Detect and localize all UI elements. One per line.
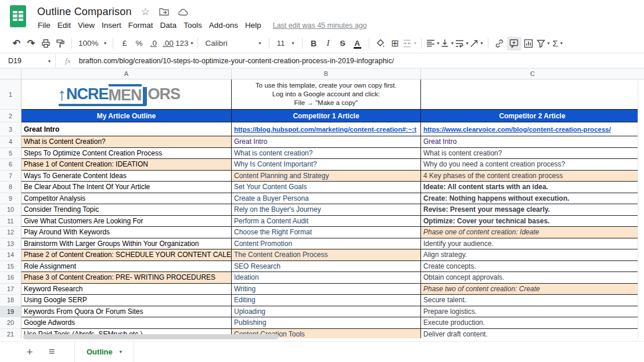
row-header-16[interactable]: 16 (0, 272, 21, 284)
cell-b5[interactable]: What is content creation? (232, 148, 421, 160)
cell-c1[interactable] (421, 79, 644, 110)
last-edit-link[interactable]: Last edit was 45 minutes ago (273, 21, 367, 30)
cell-a16[interactable]: Phase 3 of Content Creation: PRE- WRITIN… (21, 272, 232, 284)
cell-b1[interactable]: To use this template, create your own co… (232, 79, 421, 110)
row-header-9[interactable]: 9 (0, 193, 21, 205)
cell-a11[interactable]: Give What Customers Are Looking For (21, 216, 232, 227)
increase-decimal-button[interactable]: .00 (161, 37, 175, 50)
row-header-7[interactable]: 7 (0, 171, 21, 182)
text-color-button[interactable]: A (350, 37, 365, 50)
row-header-10[interactable]: 10 (0, 204, 21, 216)
undo-button[interactable]: ↶ (9, 37, 24, 50)
redo-button[interactable]: ↷ (24, 37, 38, 50)
menu-data[interactable]: Data (157, 19, 181, 31)
cell-a1[interactable]: ↑NCREMENORS (21, 79, 232, 110)
cell-c17[interactable]: Phase two of content creation: Create (421, 284, 644, 295)
row-header-18[interactable]: 18 (0, 295, 21, 306)
cell-a3[interactable]: Great Intro (21, 122, 232, 136)
format-currency-button[interactable]: £ (117, 37, 132, 50)
borders-button[interactable]: ⊞ (388, 37, 402, 50)
cell-a10[interactable]: Consider Trending Topic (21, 204, 232, 216)
cell-c7[interactable]: 4 Key phases of the content creation pro… (421, 171, 644, 182)
cell-c2[interactable]: Competitor 2 Article (421, 110, 644, 122)
row-header-21[interactable]: 21 (0, 329, 21, 339)
cell-c19[interactable]: Prepare logistics. (421, 306, 644, 318)
row-header-15[interactable]: 15 (0, 261, 21, 273)
menu-file[interactable]: File (34, 19, 54, 31)
name-box[interactable]: D19 ▾ (0, 54, 56, 68)
cell-a17[interactable]: Keyword Research (21, 284, 232, 295)
vertical-align-select[interactable]: ▾ (440, 37, 455, 50)
cell-c18[interactable]: Secure talent. (421, 295, 644, 306)
all-sheets-button[interactable]: ≡ (43, 344, 60, 360)
row-header-20[interactable]: 20 (0, 317, 21, 329)
cell-a14[interactable]: Phase 2 of Content Creation: SCHEDULE YO… (21, 249, 232, 261)
cell-a19[interactable]: Keywords From Quora Or Forum Sites (21, 306, 232, 318)
star-icon[interactable]: ☆ (141, 6, 150, 18)
cell-c13[interactable]: Identify your audience. (421, 238, 644, 250)
sheet-tab-menu-icon[interactable]: ▾ (120, 349, 122, 354)
column-header-c[interactable]: C (421, 68, 644, 79)
move-to-folder-icon[interactable] (159, 8, 169, 16)
cell-b19[interactable]: Uploading (232, 306, 421, 318)
row-header-14[interactable]: 14 (0, 249, 21, 261)
cell-a20[interactable]: Google Adwords (21, 317, 232, 329)
fill-color-button[interactable] (373, 37, 388, 50)
row-header-17[interactable]: 17 (0, 284, 21, 295)
cell-b18[interactable]: Editing (232, 295, 421, 306)
select-all-corner[interactable] (0, 68, 21, 79)
cell-c9[interactable]: Create: Nothing happens without executio… (421, 193, 644, 205)
cell-b2[interactable]: Competitor 1 Article (232, 110, 421, 122)
cell-b4[interactable]: Great Intro (232, 136, 421, 148)
cell-b16[interactable]: Ideation (232, 272, 421, 284)
filter-button[interactable]: ▾ (536, 37, 551, 50)
format-percent-button[interactable]: % (132, 37, 146, 50)
horizontal-align-select[interactable]: ▾ (426, 37, 440, 50)
strikethrough-button[interactable]: S (336, 37, 350, 50)
row-header-19[interactable]: 19 (0, 306, 21, 318)
cell-b13[interactable]: Content Promotion (232, 238, 421, 250)
insert-chart-button[interactable] (521, 37, 536, 50)
text-rotation-select[interactable]: ▾ (469, 37, 484, 50)
font-select[interactable]: Calibri▾ (202, 37, 265, 50)
cell-a8[interactable]: Be Clear About The Intent Of Your Articl… (21, 182, 232, 193)
menu-help[interactable]: Help (242, 19, 265, 31)
number-format-select[interactable]: 123▾ (175, 37, 193, 50)
menu-view[interactable]: View (74, 19, 98, 31)
cell-c12[interactable]: Phase one of content creation: Ideate (421, 227, 644, 238)
row-header-12[interactable]: 12 (0, 227, 21, 238)
cell-a4[interactable]: What is Content Creation? (21, 136, 232, 148)
cell-c10[interactable]: Revise: Present your message clearly. (421, 204, 644, 216)
cell-a12[interactable]: Play Around With Keywords (21, 227, 232, 238)
cell-b11[interactable]: Perform a Content Audit (232, 216, 421, 227)
document-title[interactable]: Outline Comparison (37, 6, 132, 18)
cell-c11[interactable]: Optimize: Cover your technical bases. (421, 216, 644, 227)
column-header-a[interactable]: A (21, 68, 232, 79)
cell-b12[interactable]: Choose the Right Format (232, 227, 421, 238)
row-header-3[interactable]: 3 (0, 122, 21, 136)
menu-format[interactable]: Format (125, 19, 157, 31)
cell-a18[interactable]: Using Google SERP (21, 295, 232, 306)
cell-b3[interactable]: https://blog.hubspot.com/marketing/conte… (232, 122, 421, 136)
cell-c8[interactable]: Ideate: All content starts with an idea. (421, 182, 644, 193)
bold-button[interactable]: B (307, 37, 321, 50)
vertical-scrollbar[interactable] (638, 79, 644, 338)
paint-format-button[interactable] (53, 37, 67, 50)
menu-edit[interactable]: Edit (54, 19, 74, 31)
font-size-select[interactable]: 11▾ (274, 37, 298, 50)
cell-b17[interactable]: Writing (232, 284, 421, 295)
cell-c3[interactable]: https://www.clearvoice.com/blog/content-… (421, 122, 644, 136)
sheets-logo-icon[interactable] (10, 5, 26, 27)
insert-link-button[interactable] (492, 37, 507, 50)
column-header-b[interactable]: B (232, 68, 421, 79)
cell-b7[interactable]: Content Planning and Strategy (232, 171, 421, 182)
cell-b20[interactable]: Publishing (232, 317, 421, 329)
cell-a5[interactable]: Steps To Optimize Content Creation Proce… (21, 148, 232, 160)
cell-a13[interactable]: Brainstorm With Larger Groups Within You… (21, 238, 232, 250)
cell-b15[interactable]: SEO Research (232, 261, 421, 273)
insert-comment-button[interactable] (507, 37, 521, 50)
cell-a6[interactable]: Phase 1 of Content Creation: IDEATION (21, 159, 232, 171)
text-wrap-select[interactable]: ▾ (455, 37, 469, 50)
print-button[interactable] (38, 37, 53, 50)
cell-a9[interactable]: Competitor Analysis (21, 193, 232, 205)
